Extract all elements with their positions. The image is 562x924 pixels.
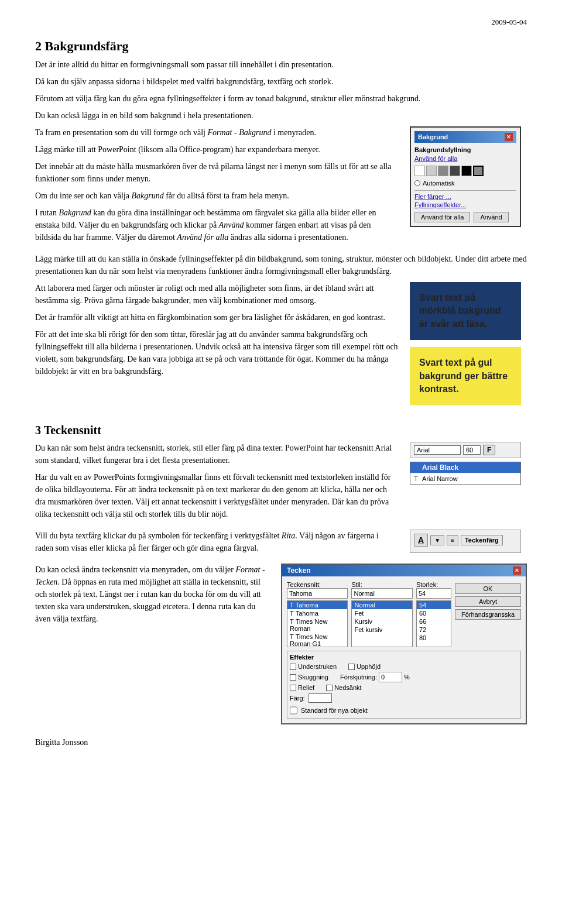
font-toolbar-col: Arial 60 F T Arial Black T Arial Narrow (410, 442, 527, 525)
para-8: Om du inte ser och kan välja Bakgrund få… (35, 190, 398, 202)
tecken-style-col: Stil: Normal Fet Kursiv Fet kursiv (351, 581, 412, 647)
font-name-arial-black: Arial Black (422, 463, 458, 472)
close-icon[interactable]: ✕ (505, 133, 513, 141)
teckenfarg-label: Teckenfärg (461, 535, 503, 545)
demo-boxes-col: Svart text på mörkblå bakgrund är svår a… (410, 282, 527, 412)
page-date: 2009-05-04 (35, 18, 527, 27)
effect-underline-label: Understruken (298, 663, 337, 670)
teckenfarg-toolbar: A ▼ ≡ Teckenfärg (410, 530, 521, 553)
effect-row-1: Understruken Upphöjd (290, 663, 518, 670)
teckenfarg-toolbar-row: A ▼ ≡ Teckenfärg (414, 534, 503, 547)
color-dropdown-btn[interactable]: ▼ (430, 535, 444, 545)
tecken-close-icon[interactable]: ✕ (513, 566, 521, 575)
section-3-text-2: Vill du byta textfärg klickar du på symb… (35, 530, 398, 559)
standard-row: Färg: (290, 693, 518, 703)
forsk-label: Förskjutning: (340, 674, 377, 681)
style-kursiv[interactable]: Kursiv (352, 617, 412, 626)
swatch-gray[interactable] (438, 166, 448, 176)
swatch-ltgray[interactable] (426, 166, 437, 176)
para-2: Då kan du själv anpassa sidorna i bildsp… (35, 75, 527, 88)
section-2-twocol-2: Att laborera med färger och mönster är r… (35, 282, 527, 412)
cb-relief[interactable] (290, 685, 296, 691)
s3-para-4: Du kan också ändra teckensnitt via menyr… (35, 564, 269, 625)
ok-button[interactable]: OK (455, 583, 521, 594)
apply-all-button[interactable]: Använd för alla (414, 212, 470, 222)
cb-skuggning[interactable] (290, 674, 296, 681)
size-input[interactable] (416, 588, 451, 599)
radio-auto[interactable] (414, 180, 420, 186)
cb-nedsankt[interactable] (326, 685, 333, 691)
section-3-twocol-3: Du kan också ändra teckensnitt via menyr… (35, 564, 527, 724)
font-list: T Arial Black T Arial Narrow (410, 462, 521, 485)
font-name-box[interactable]: Arial (414, 445, 461, 455)
yellow-bg-demo: Svart text på gul bakgrund ger bättre ko… (410, 347, 521, 405)
size-80[interactable]: 80 (417, 634, 451, 642)
para-3: Förutom att välja färg kan du göra egna … (35, 92, 527, 105)
standard-checkbox[interactable] (290, 705, 297, 716)
cb-upphojd[interactable] (348, 664, 355, 670)
swatch-dkgray[interactable] (450, 166, 460, 176)
font-item-tahoma-2[interactable]: TTahoma (287, 609, 347, 617)
size-listbox[interactable]: 54 60 66 72 80 (416, 600, 451, 647)
standard-label: Standard för nya objekt (301, 707, 368, 714)
para-10: Lägg märke till att du kan ställa in öns… (35, 253, 527, 277)
farg-color-box[interactable] (309, 693, 332, 703)
section-2-heading: 2 Bakgrundsfärg (35, 39, 527, 54)
font-input[interactable] (287, 588, 348, 599)
style-input[interactable] (351, 588, 412, 599)
size-54[interactable]: 54 (417, 601, 451, 609)
cancel-button[interactable]: Avbryt (455, 596, 521, 607)
font-list-item-arial-black[interactable]: T Arial Black (410, 462, 520, 473)
font-item-times-g1[interactable]: TTimes New Roman G1 (287, 633, 347, 647)
underline-a-btn[interactable]: A (414, 534, 428, 547)
swatch-cursor[interactable] (473, 166, 484, 176)
para-12: Det är framför allt viktigt att hitta en… (35, 311, 398, 324)
font-name-arial-narrow: Arial Narrow (422, 475, 458, 482)
style-normal[interactable]: Normal (352, 601, 412, 609)
font-item-tahoma-1[interactable]: TTahoma (287, 601, 347, 609)
more-colors-link[interactable]: Fler färger ... (414, 193, 516, 200)
size-72[interactable]: 72 (417, 626, 451, 634)
para-4: Du kan också lägga in en bild som bakgru… (35, 109, 527, 122)
size-60[interactable]: 60 (417, 609, 451, 617)
font-size-box[interactable]: 60 (463, 445, 481, 455)
effect-upphojd: Upphöjd (348, 663, 381, 670)
style-fet-kursiv[interactable]: Fet kursiv (352, 626, 412, 634)
dialog-title-bar: Bakgrund ✕ (414, 131, 516, 143)
font-list-item-arial-narrow[interactable]: T Arial Narrow (410, 473, 520, 485)
style-fet[interactable]: Fet (352, 609, 412, 617)
swatch-white[interactable] (414, 166, 425, 176)
forsk-input[interactable] (379, 672, 402, 682)
size-66[interactable]: 66 (417, 617, 451, 626)
apply-all-link[interactable]: Använd för alla (414, 155, 516, 162)
effect-row-2: Skuggning Förskjutning: % (290, 672, 518, 682)
para-11: Att laborera med färger och mönster är r… (35, 282, 398, 307)
font-listbox[interactable]: TTahoma TTahoma TTimes New Roman TTimes … (287, 600, 348, 647)
para-1: Det är inte alltid du hittar en formgivn… (35, 59, 527, 71)
font-item-times[interactable]: TTimes New Roman (287, 617, 347, 633)
fill-effects-link[interactable]: Fyllningseffekter... (414, 201, 516, 208)
apply-button[interactable]: Använd (474, 212, 508, 222)
effect-upphojd-label: Upphöjd (357, 663, 381, 670)
swatch-black[interactable] (461, 166, 472, 176)
preview-button[interactable]: Förhandsgransska (455, 609, 521, 620)
section-2-twocol: Ta fram en presentation som du vill form… (35, 126, 527, 248)
align-btn[interactable]: ≡ (447, 535, 458, 545)
para-6: Lägg märke till att PowerPoint (liksom a… (35, 143, 398, 156)
style-listbox[interactable]: Normal Fet Kursiv Fet kursiv (351, 600, 412, 647)
teckenfarg-col: A ▼ ≡ Teckenfärg (410, 530, 527, 559)
section-2-text-2: Att laborera med färger och mönster är r… (35, 282, 398, 412)
bakgrund-dialog: Bakgrund ✕ Bakgrundsfyllning Använd för … (410, 126, 521, 227)
tecken-dialog-title: Tecken ✕ (282, 565, 526, 576)
tecken-body: Teckensnitt: TTahoma TTahoma TTimes New … (282, 576, 526, 723)
cb-underline[interactable] (290, 664, 296, 670)
tecken-size-col: Storlek: 54 60 66 72 80 (416, 581, 451, 647)
section-3-heading: 3 Teckensnitt (35, 424, 527, 437)
tecken-col3: Teckensnitt: TTahoma TTahoma TTimes New … (287, 581, 521, 647)
bold-button[interactable]: F (483, 445, 495, 455)
section-3-twocol-2: Vill du byta textfärg klickar du på symb… (35, 530, 527, 559)
effect-skuggning: Skuggning (290, 672, 328, 682)
effect-skuggning-label: Skuggning (298, 674, 328, 681)
forsk-pct: % (404, 674, 410, 681)
author: Birgitta Jonsson (35, 736, 527, 748)
